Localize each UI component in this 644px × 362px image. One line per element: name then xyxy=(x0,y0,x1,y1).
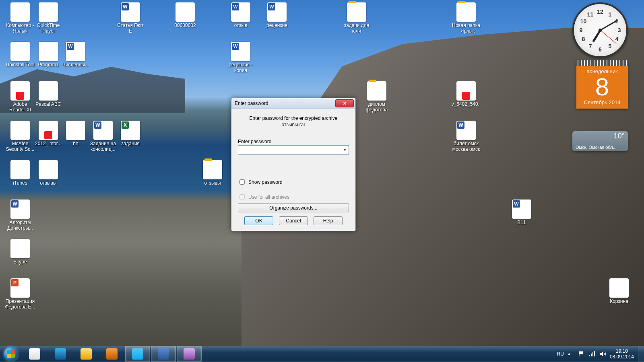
desktop-icon-задание-на-консолид...[interactable]: Задание на консолид... xyxy=(88,121,118,152)
desktop-icon-hh[interactable]: hh xyxy=(60,121,91,146)
taskbar-word[interactable] xyxy=(151,346,176,362)
help-button[interactable]: Help xyxy=(314,216,343,225)
desktop-icon-uninstall-tool[interactable]: Uninstall Tool xyxy=(5,42,35,68)
dialog-titlebar[interactable]: Enter password ✕ xyxy=(231,98,355,109)
icon-label: Компьютер - Ярлык xyxy=(5,23,35,34)
explorer-icon xyxy=(80,348,92,360)
taskbar-wmplayer[interactable] xyxy=(99,346,124,362)
icon-label: задачи для юли xyxy=(341,23,372,34)
desktop-icon-статья-гехт-е[interactable]: Статья Гехт Е xyxy=(115,2,146,34)
desktop-icon-компьютер---ярлык[interactable]: Компьютер - Ярлык xyxy=(5,2,35,34)
icon-label: задания xyxy=(115,141,146,146)
weather-gadget[interactable]: 10° Омск, Омская обл... xyxy=(572,131,628,151)
desktop-icon-алгоритм-дейкстры...[interactable]: Алгоритм Дейкстры... xyxy=(5,200,35,231)
desktop[interactable]: Компьютер - ЯрлыкQuickTime PlayerСтатья … xyxy=(0,0,644,346)
desktop-icon-численны...[interactable]: Численны... xyxy=(60,42,91,68)
file-icon xyxy=(10,2,30,22)
password-input[interactable] xyxy=(238,146,341,154)
desktop-icon-skype[interactable]: Skype xyxy=(5,239,35,265)
clock-gadget[interactable]: 12 1 2 3 4 5 6 7 8 9 10 11 xyxy=(572,2,628,58)
desktop-icon-00000002[interactable]: 00000002 xyxy=(170,2,200,28)
chrome-icon xyxy=(29,348,40,360)
desktop-icon-adobe-reader-xi[interactable]: Adobe Reader XI xyxy=(5,81,35,113)
desktop-icon-задания[interactable]: задания xyxy=(115,121,146,146)
winrar-icon xyxy=(184,348,195,360)
clock-12: 12 xyxy=(597,8,603,15)
desktop-icon-диплом-федотова[interactable]: диплом федотова xyxy=(361,81,392,113)
start-button[interactable] xyxy=(0,346,22,362)
tray-up-icon[interactable]: ▴ xyxy=(568,351,574,357)
icon-label: отзывы xyxy=(197,180,228,186)
close-button[interactable]: ✕ xyxy=(335,99,354,107)
icon-label: iTunes xyxy=(5,180,35,186)
desktop-icon-отзывы[interactable]: отзывы xyxy=(33,160,64,186)
desktop-icon-новая-папка---ярлык[interactable]: Новая папка - Ярлык xyxy=(451,2,481,34)
ie-icon xyxy=(55,348,66,360)
clock-10: 10 xyxy=(580,18,587,25)
desktop-icon-презентация-федотова-е...[interactable]: Презентация Федотова Е... xyxy=(5,278,35,310)
taskbar-ie[interactable] xyxy=(48,346,73,362)
desktop-icon-quicktime-player[interactable]: QuickTime Player xyxy=(33,2,64,34)
desktop-icon-рецензия---копия[interactable]: рецензия - копия xyxy=(225,42,256,73)
file-icon xyxy=(10,200,30,219)
desktop-icon-задачи-для-юли[interactable]: задачи для юли xyxy=(341,2,372,34)
desktop-icon-корзина[interactable]: Корзина xyxy=(604,278,634,304)
desktop-icon-отзывы[interactable]: отзывы xyxy=(197,160,228,186)
wmplayer-icon xyxy=(106,348,118,360)
desktop-icon-v_5402_540...[interactable]: v_5402_540... xyxy=(451,81,481,113)
password-label: Enter password xyxy=(238,139,349,144)
file-icon xyxy=(231,2,250,22)
tray-date: 08.09.2014 xyxy=(610,354,634,360)
file-icon xyxy=(10,42,30,61)
file-icon xyxy=(39,81,58,101)
desktop-icon-pascal-abc[interactable]: Pascal ABC xyxy=(33,81,64,107)
clock-1: 1 xyxy=(608,11,611,18)
icon-label: 00000002 xyxy=(170,23,200,28)
icon-label: Корзина xyxy=(604,298,634,304)
file-icon xyxy=(203,160,222,179)
desktop-icon-билет-омск-москва-омск[interactable]: билет омск москва омск xyxy=(451,121,481,152)
icon-label: рецензия - копия xyxy=(225,62,256,73)
svg-rect-0 xyxy=(589,355,590,356)
file-icon xyxy=(10,239,30,258)
desktop-icon-2012_infor...[interactable]: 2012_infor... xyxy=(33,121,64,146)
taskbar-chrome[interactable] xyxy=(22,346,47,362)
ok-button[interactable]: OK xyxy=(244,216,273,225)
desktop-icon-mcafee-security-sc...[interactable]: McAfee Security Sc... xyxy=(5,121,35,152)
taskbar-winrar[interactable] xyxy=(177,346,202,362)
taskbar-explorer[interactable] xyxy=(74,346,99,362)
show-password-row[interactable]: Show password xyxy=(238,178,349,186)
clock-5: 5 xyxy=(608,43,611,49)
flag-icon[interactable] xyxy=(578,351,585,357)
desktop-icon-в11[interactable]: В11 xyxy=(506,200,537,225)
file-icon xyxy=(39,160,58,179)
clock-6: 6 xyxy=(599,46,602,53)
network-icon[interactable] xyxy=(589,351,595,357)
desktop-icon-отзыв[interactable]: отзыв xyxy=(225,2,256,28)
icon-label: рецензия xyxy=(262,23,292,28)
desktop-icon-itunes[interactable]: iTunes xyxy=(5,160,35,186)
icon-label: Adobe Reader XI xyxy=(5,101,35,113)
clock-tray[interactable]: 19:10 08.09.2014 xyxy=(610,348,634,360)
show-password-checkbox[interactable] xyxy=(239,179,245,185)
icon-label: QuickTime Player xyxy=(33,23,64,34)
calendar-gadget[interactable]: понедельник 8 Сентябрь 2014 xyxy=(576,60,628,109)
taskbar: RU ▴ 19:10 08.09.2014 xyxy=(0,346,644,362)
dialog-message: Enter password for the encrypted archive xyxy=(238,115,349,121)
file-icon xyxy=(231,42,250,61)
organize-passwords-button[interactable]: Organize passwords... xyxy=(238,203,349,212)
show-desktop-button[interactable] xyxy=(638,346,644,362)
password-dropdown-icon[interactable]: ▼ xyxy=(341,146,349,154)
desktop-icon-рецензия[interactable]: рецензия xyxy=(262,2,292,28)
clock-7: 7 xyxy=(589,43,592,49)
volume-icon[interactable] xyxy=(599,351,606,357)
word-icon xyxy=(158,348,169,360)
file-icon xyxy=(512,200,531,219)
cancel-button[interactable]: Cancel xyxy=(279,216,308,225)
taskbar-skype[interactable] xyxy=(125,346,150,362)
language-indicator[interactable]: RU xyxy=(557,351,564,357)
file-icon xyxy=(10,278,30,298)
file-icon xyxy=(456,121,476,140)
desktop-icon-program1[interactable]: Program1 xyxy=(33,42,64,68)
weather-location: Омск, Омская обл... xyxy=(576,145,625,150)
